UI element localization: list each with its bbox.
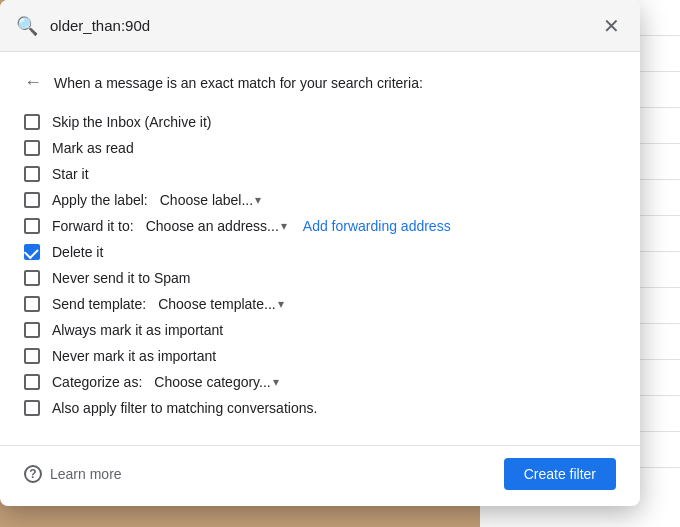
checkbox-skip-inbox[interactable] (24, 114, 40, 130)
filter-option-forward-it: Forward it to:Choose an address... ▾Add … (24, 213, 616, 239)
checkbox-mark-read[interactable] (24, 140, 40, 156)
help-icon: ? (24, 465, 42, 483)
dropdown-categorize[interactable]: Choose category... ▾ (154, 374, 278, 390)
checkbox-also-apply[interactable] (24, 400, 40, 416)
dropdown-arrow-forward-it: ▾ (281, 219, 287, 233)
filter-option-never-spam: Never send it to Spam (24, 265, 616, 291)
option-label-never-important: Never mark it as important (52, 348, 216, 364)
learn-more-link[interactable]: ? Learn more (24, 465, 122, 483)
option-label-never-spam: Never send it to Spam (52, 270, 191, 286)
filter-options-list: Skip the Inbox (Archive it)Mark as readS… (24, 109, 616, 421)
dropdown-apply-label[interactable]: Choose label... ▾ (160, 192, 261, 208)
option-label-apply-label: Apply the label: (52, 192, 148, 208)
option-label-send-template: Send template: (52, 296, 146, 312)
option-label-always-important: Always mark it as important (52, 322, 223, 338)
filter-option-skip-inbox: Skip the Inbox (Archive it) (24, 109, 616, 135)
filter-option-delete-it: Delete it (24, 239, 616, 265)
filter-dialog: 🔍 ✕ ← When a message is an exact match f… (0, 0, 640, 506)
dropdown-arrow-apply-label: ▾ (255, 193, 261, 207)
filter-option-always-important: Always mark it as important (24, 317, 616, 343)
dropdown-send-template[interactable]: Choose template... ▾ (158, 296, 284, 312)
option-label-skip-inbox: Skip the Inbox (Archive it) (52, 114, 212, 130)
dropdown-arrow-send-template: ▾ (278, 297, 284, 311)
option-label-categorize: Categorize as: (52, 374, 142, 390)
checkbox-delete-it[interactable] (24, 244, 40, 260)
extra-link-forward-it[interactable]: Add forwarding address (303, 218, 451, 234)
option-label-mark-read: Mark as read (52, 140, 134, 156)
create-filter-button[interactable]: Create filter (504, 458, 616, 490)
dialog-overlay: 🔍 ✕ ← When a message is an exact match f… (0, 0, 680, 527)
dropdown-forward-it[interactable]: Choose an address... ▾ (146, 218, 287, 234)
checkbox-apply-label[interactable] (24, 192, 40, 208)
checkbox-categorize[interactable] (24, 374, 40, 390)
back-arrow[interactable]: ← (24, 72, 42, 93)
filter-option-send-template: Send template:Choose template... ▾ (24, 291, 616, 317)
dialog-footer: ? Learn more Create filter (0, 445, 640, 506)
checkbox-star-it[interactable] (24, 166, 40, 182)
filter-option-apply-label: Apply the label:Choose label... ▾ (24, 187, 616, 213)
learn-more-label: Learn more (50, 466, 122, 482)
dialog-body: ← When a message is an exact match for y… (0, 52, 640, 437)
option-label-forward-it: Forward it to: (52, 218, 134, 234)
close-icon[interactable]: ✕ (599, 10, 624, 42)
filter-option-mark-read: Mark as read (24, 135, 616, 161)
filter-option-never-important: Never mark it as important (24, 343, 616, 369)
search-icon: 🔍 (16, 15, 38, 37)
checkbox-never-spam[interactable] (24, 270, 40, 286)
dialog-title-text: When a message is an exact match for you… (54, 75, 423, 91)
option-label-delete-it: Delete it (52, 244, 103, 260)
filter-option-star-it: Star it (24, 161, 616, 187)
search-input[interactable] (50, 17, 587, 34)
checkbox-forward-it[interactable] (24, 218, 40, 234)
checkbox-never-important[interactable] (24, 348, 40, 364)
filter-option-categorize: Categorize as:Choose category... ▾ (24, 369, 616, 395)
option-label-star-it: Star it (52, 166, 89, 182)
option-label-also-apply: Also apply filter to matching conversati… (52, 400, 317, 416)
checkbox-always-important[interactable] (24, 322, 40, 338)
checkbox-send-template[interactable] (24, 296, 40, 312)
dropdown-arrow-categorize: ▾ (273, 375, 279, 389)
search-bar: 🔍 ✕ (0, 0, 640, 52)
filter-option-also-apply: Also apply filter to matching conversati… (24, 395, 616, 421)
dialog-title-row: ← When a message is an exact match for y… (24, 72, 616, 93)
